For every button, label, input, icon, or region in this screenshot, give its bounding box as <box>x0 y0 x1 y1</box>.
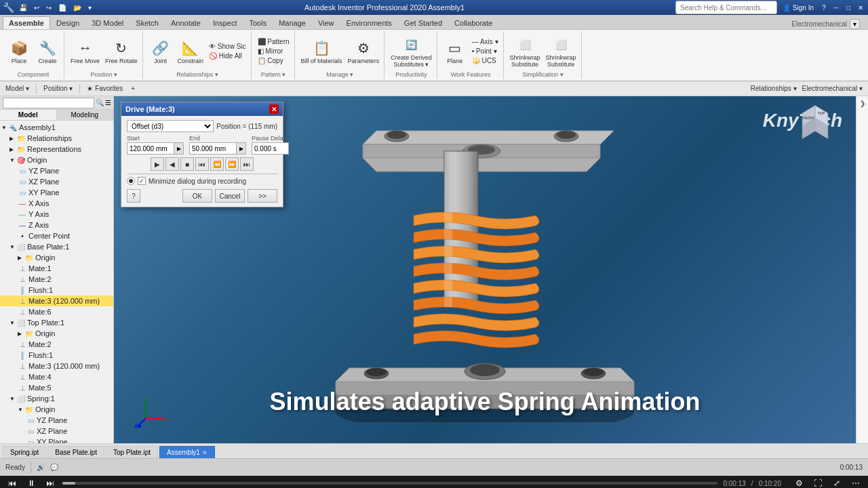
viewcube[interactable]: TOP FRONT <box>795 103 835 144</box>
copy-button[interactable]: 📋 Copy <box>256 56 292 65</box>
tree-item-centerpoint[interactable]: • Center Point <box>0 230 113 241</box>
ctrl-step-forward-end[interactable]: ⏭ <box>240 157 254 171</box>
tree-item-tp-mate3[interactable]: ⊥ Mate:3 (120.000 mm) <box>0 361 113 371</box>
nav-add[interactable]: + <box>128 84 138 93</box>
constrain-button[interactable]: 📐 Constrain <box>176 37 206 66</box>
hideall-button[interactable]: 🚫 Hide All <box>207 52 248 60</box>
dialog-start-input[interactable] <box>127 142 174 155</box>
tree-item-tp-origin[interactable]: ▶ 📁 Origin <box>0 328 113 339</box>
tab-view[interactable]: View <box>312 16 340 29</box>
pattern-button[interactable]: ⬛ Pattern <box>256 37 292 46</box>
plane-button[interactable]: ▭ Plane <box>441 37 469 66</box>
tree-item-relationships[interactable]: ▶ 📁 Relationships <box>0 133 113 144</box>
nav-position[interactable]: Position ▾ <box>41 84 75 93</box>
tree-item-sp-origin[interactable]: ▼ 📁 Origin <box>0 404 113 415</box>
ctrl-step-forward[interactable]: ⏩ <box>225 157 239 171</box>
status-chat-icon[interactable]: 💬 <box>50 464 58 471</box>
tab-design[interactable]: Design <box>50 16 85 29</box>
tree-item-bp-flush1[interactable]: ║ Flush:1 <box>0 285 113 296</box>
tab-topplate[interactable]: Top Plate.ipt <box>106 446 158 458</box>
dialog-minimize-checkbox[interactable]: ✓ <box>138 177 146 185</box>
ctrl-step-back-end[interactable]: ⏮ <box>195 157 209 171</box>
video-more-icon[interactable]: ⋯ <box>849 476 863 488</box>
joint-button[interactable]: 🔗 Joint <box>147 37 174 66</box>
bom-button[interactable]: 📋 Bill of Materials <box>299 37 344 66</box>
tree-item-zaxis[interactable]: — Z Axis <box>0 220 113 230</box>
ribbon-collapse-btn[interactable]: ▾ <box>850 19 860 29</box>
tree-item-xyplane[interactable]: ▭ XY Plane <box>0 187 113 198</box>
sign-in-button[interactable]: 👤 Sign In <box>780 3 816 13</box>
tab-collaborate[interactable]: Collaborate <box>448 16 498 29</box>
panel-tab-modeling[interactable]: Modeling <box>57 110 114 120</box>
tree-item-bp-mate2[interactable]: ⊥ Mate:2 <box>0 274 113 285</box>
tab-inspect[interactable]: Inspect <box>207 16 243 29</box>
dialog-cancel-button[interactable]: Cancel <box>215 189 245 203</box>
tab-spring[interactable]: Spring.ipt <box>3 446 46 458</box>
qat-open[interactable]: 📂 <box>71 3 83 12</box>
panel-search-input[interactable] <box>3 98 94 108</box>
tab-manage[interactable]: Manage <box>273 16 312 29</box>
panel-tab-model[interactable]: Model <box>0 110 57 120</box>
qat-undo[interactable]: ↩ <box>32 3 41 12</box>
tree-item-baseplate1[interactable]: ▼ ⬜ Base Plate:1 <box>0 241 113 252</box>
nav-relationships[interactable]: Relationships ▾ <box>748 84 800 93</box>
dialog-end-input[interactable] <box>189 142 237 155</box>
dialog-pause-input[interactable] <box>252 142 289 155</box>
tab-baseplate[interactable]: Base Plate.ipt <box>47 446 104 458</box>
dialog-end-arrow[interactable]: ▶ <box>237 142 246 155</box>
tab-tools[interactable]: Tools <box>243 16 273 29</box>
minimize-btn[interactable]: ─ <box>831 3 841 12</box>
dialog-close-button[interactable]: ✕ <box>269 104 279 114</box>
tree-item-yzplane[interactable]: ▭ YZ Plane <box>0 165 113 176</box>
close-btn[interactable]: ✕ <box>856 3 865 12</box>
dialog-ok-button[interactable]: OK <box>182 189 212 203</box>
ctrl-play-forward[interactable]: ▶ <box>151 157 164 171</box>
tree-item-bp-mate3[interactable]: ⊥ Mate:3 (120.000 mm) <box>0 296 113 306</box>
qat-new[interactable]: 📄 <box>56 3 68 12</box>
tree-item-assembly1[interactable]: ▼ 🔩 Assembly1 <box>0 122 113 133</box>
tree-item-bp-mate1[interactable]: ⊥ Mate:1 <box>0 263 113 274</box>
ctrl-stop[interactable]: ■ <box>180 157 194 171</box>
tree-item-spring1[interactable]: ▼ ⬜ Spring:1 <box>0 393 113 404</box>
shrinkwrap2-button[interactable]: ⬜ ShrinkwrapSubstitute <box>544 34 578 69</box>
video-rewind-btn[interactable]: ⏮ <box>5 476 19 488</box>
tree-item-sp-xzplane[interactable]: ▭ XZ Plane <box>0 426 113 436</box>
tree-item-tp-mate2[interactable]: ⊥ Mate:2 <box>0 339 113 350</box>
create-button[interactable]: 🔧 Create <box>34 37 61 66</box>
tree-item-bp-mate6[interactable]: ⊥ Mate:6 <box>0 306 113 317</box>
tree-item-bp-origin[interactable]: ▶ 📁 Origin <box>0 252 113 263</box>
tree-item-yaxis[interactable]: — Y Axis <box>0 209 113 220</box>
tab-assembly1[interactable]: Assembly1 ✕ <box>159 446 215 458</box>
tree-item-xaxis[interactable]: — X Axis <box>0 198 113 209</box>
tree-item-tp-mate5[interactable]: ⊥ Mate:5 <box>0 382 113 393</box>
maximize-btn[interactable]: □ <box>844 3 853 12</box>
tree-item-xzplane[interactable]: ▭ XZ Plane <box>0 176 113 187</box>
tab-assembly1-close[interactable]: ✕ <box>202 449 208 456</box>
tree-item-tp-flush1[interactable]: ║ Flush:1 <box>0 350 113 361</box>
tab-getstarted[interactable]: Get Started <box>398 16 448 29</box>
tree-item-representations[interactable]: ▶ 📁 Representations <box>0 144 113 155</box>
dialog-offset-select[interactable]: Offset (d3) <box>127 120 214 132</box>
nav-model[interactable]: Model ▾ <box>3 84 32 93</box>
ctrl-step-back[interactable]: ⏪ <box>210 157 224 171</box>
tree-item-topplate1[interactable]: ▼ ⬜ Top Plate:1 <box>0 317 113 328</box>
tab-environments[interactable]: Environments <box>340 16 398 29</box>
viewport[interactable]: KnyTech Simulates adaptive Spring Animat… <box>114 96 856 443</box>
showsic-button[interactable]: 👁 Show Sic <box>207 42 248 51</box>
tree-item-sp-yzplane[interactable]: ▭ YZ Plane <box>0 415 113 426</box>
point-button[interactable]: • Point ▾ <box>470 47 500 56</box>
tree-item-sp-xyplane[interactable]: ▭ XY Plane <box>0 436 113 443</box>
search-help-input[interactable] <box>675 1 777 14</box>
nav-electromechanical[interactable]: Electromechanical ▾ <box>800 84 865 93</box>
qat-redo[interactable]: ↪ <box>44 3 54 12</box>
parameters-button[interactable]: ⚙ Parameters <box>346 37 382 66</box>
shrinkwrap-button[interactable]: ⬜ ShrinkwrapSubstitute <box>508 34 542 69</box>
mirror-button[interactable]: ◧ Mirror <box>256 47 292 56</box>
qat-save[interactable]: 💾 <box>17 3 29 12</box>
help-btn[interactable]: ? <box>819 3 829 12</box>
video-screen-icon[interactable]: ⛶ <box>811 476 825 488</box>
dialog-record-radio[interactable] <box>127 177 135 185</box>
tab-sketch[interactable]: Sketch <box>130 16 165 29</box>
tree-item-origin[interactable]: ▼ 🎯 Origin <box>0 155 113 165</box>
ucs-button[interactable]: 🔱 UCS <box>470 56 500 65</box>
